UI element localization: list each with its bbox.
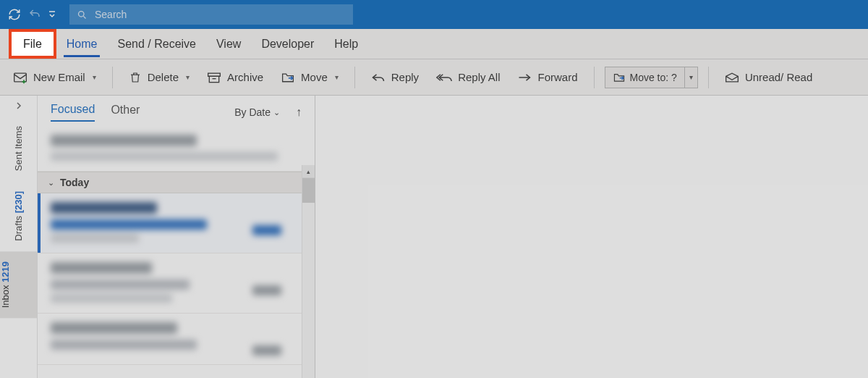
other-tab[interactable]: Other [111, 104, 140, 121]
new-email-label: New Email [33, 71, 85, 83]
scroll-up-icon[interactable]: ▴ [302, 165, 315, 178]
nav-drafts[interactable]: Drafts [230] [13, 181, 24, 251]
nav-inbox-label: Inbox [0, 285, 11, 308]
archive-button[interactable]: Archive [201, 68, 269, 87]
reply-button[interactable]: Reply [365, 68, 425, 86]
search-placeholder: Search [95, 9, 127, 20]
tab-developer[interactable]: Developer [251, 29, 324, 59]
qat-customize-icon[interactable] [45, 4, 59, 25]
nav-sent-items[interactable]: Sent Items [13, 116, 24, 181]
forward-label: Forward [537, 71, 577, 83]
nav-inbox[interactable]: Inbox 1219 [0, 251, 37, 318]
group-header-today[interactable]: ⌄ Today [38, 172, 315, 193]
separator [112, 67, 113, 88]
nav-drafts-count: [230] [13, 191, 24, 213]
group-today-label: Today [60, 177, 89, 188]
message-list-pane: Focused Other By Date ⌄ ↑ ⌄ Today [38, 96, 315, 378]
message-list-header: Focused Other By Date ⌄ ↑ [38, 96, 315, 122]
move-button[interactable]: Move ▾ [275, 68, 344, 87]
chevron-down-icon[interactable]: ▾ [93, 73, 96, 81]
tab-view[interactable]: View [206, 29, 251, 59]
reply-all-label: Reply All [458, 71, 500, 83]
search-box[interactable]: Search [69, 4, 353, 25]
unread-read-label: Unread/ Read [745, 71, 812, 83]
undo-icon[interactable] [25, 4, 45, 25]
focused-tab[interactable]: Focused [51, 103, 95, 122]
list-item[interactable] [38, 126, 315, 172]
body: Sent Items Drafts [230] Inbox 1219 Focus… [0, 96, 868, 378]
tab-home[interactable]: Home [56, 29, 108, 59]
scroll-thumb[interactable] [302, 178, 315, 203]
svg-rect-3 [14, 73, 27, 82]
chevron-down-icon: ⌄ [48, 178, 54, 188]
sync-icon[interactable] [4, 4, 25, 25]
folder-nav-collapsed: Sent Items Drafts [230] Inbox 1219 [0, 96, 38, 378]
sort-by-date[interactable]: By Date ⌄ [234, 106, 280, 118]
nav-inbox-count: 1219 [0, 261, 11, 282]
separator [708, 67, 709, 88]
ribbon-toolbar: New Email ▾ Delete ▾ Archive Move ▾ Repl… [0, 59, 868, 96]
unread-read-button[interactable]: Unread/ Read [719, 68, 818, 86]
chevron-down-icon[interactable]: ▾ [186, 73, 190, 81]
list-item[interactable] [38, 193, 315, 253]
chevron-down-icon: ⌄ [273, 108, 280, 117]
tab-send-receive[interactable]: Send / Receive [107, 29, 206, 59]
chevron-down-icon[interactable]: ▾ [684, 67, 697, 88]
tab-help[interactable]: Help [324, 29, 368, 59]
expand-nav-icon[interactable] [0, 96, 37, 116]
forward-button[interactable]: Forward [511, 68, 583, 86]
new-email-button[interactable]: New Email ▾ [7, 68, 102, 87]
nav-drafts-label: Drafts [13, 216, 24, 241]
svg-line-2 [83, 16, 85, 18]
delete-button[interactable]: Delete ▾ [123, 67, 195, 88]
tab-file[interactable]: File [9, 29, 56, 59]
sort-label: By Date [234, 106, 271, 118]
reply-label: Reply [391, 71, 419, 83]
nav-sent-items-label: Sent Items [13, 126, 24, 171]
move-to-label: Move to: ? [630, 72, 677, 83]
title-bar: Search [0, 0, 868, 29]
separator [594, 67, 595, 88]
message-list[interactable]: ⌄ Today [38, 126, 315, 378]
move-to-dropdown[interactable]: Move to: ? ▾ [605, 67, 698, 88]
list-item[interactable] [38, 314, 315, 365]
ribbon-tabs: File Home Send / Receive View Developer … [0, 29, 868, 59]
list-item[interactable] [38, 253, 315, 314]
chevron-down-icon[interactable]: ▾ [335, 73, 339, 81]
archive-label: Archive [227, 71, 263, 83]
move-label: Move [301, 71, 328, 83]
svg-rect-7 [209, 76, 218, 82]
separator [354, 67, 355, 88]
reading-pane [315, 96, 868, 378]
delete-label: Delete [148, 71, 179, 83]
svg-point-1 [79, 11, 85, 17]
sort-direction-icon[interactable]: ↑ [296, 106, 302, 119]
reply-all-button[interactable]: Reply All [430, 68, 506, 86]
scrollbar[interactable]: ▴ [302, 165, 315, 378]
